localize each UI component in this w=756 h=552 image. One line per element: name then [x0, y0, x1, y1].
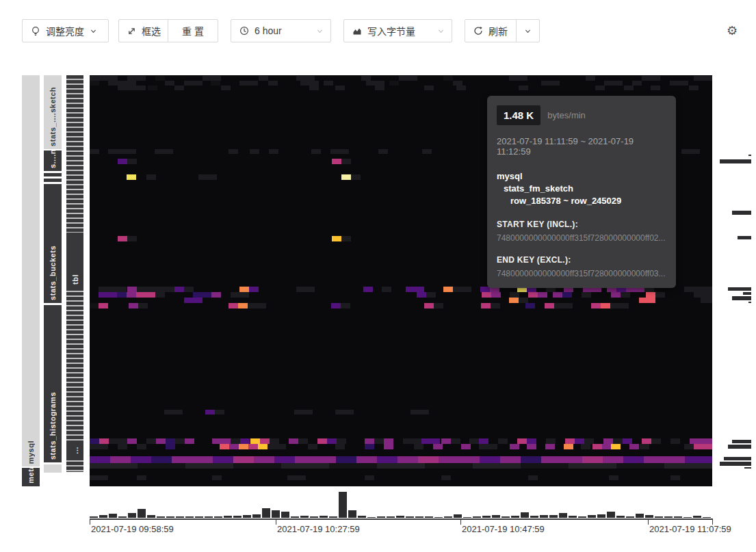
- heatmap-cell[interactable]: [90, 456, 110, 463]
- heatmap-cell[interactable]: [521, 456, 541, 463]
- heatmap-cell[interactable]: [541, 456, 562, 463]
- heatmap-cell[interactable]: [212, 438, 231, 444]
- axis-segment[interactable]: [44, 173, 62, 176]
- heatmap-cell[interactable]: [99, 438, 109, 444]
- heatmap-cell[interactable]: [482, 292, 491, 298]
- axis-segment[interactable]: [66, 457, 83, 472]
- heatmap-cell[interactable]: [525, 303, 535, 308]
- axis-label-stats-sketch[interactable]: stats_....sketch: [44, 75, 62, 149]
- heatmap-cell[interactable]: [545, 303, 554, 308]
- heatmap-cell[interactable]: [131, 456, 151, 463]
- adjust-brightness-button[interactable]: 调整亮度: [22, 19, 109, 42]
- heatmap-cell[interactable]: [500, 456, 521, 463]
- heatmap-cell[interactable]: [356, 456, 377, 463]
- heatmap-cell[interactable]: [642, 76, 660, 81]
- heatmap-cell[interactable]: [205, 410, 215, 415]
- axis-segment[interactable]: [44, 179, 62, 182]
- heatmap-cell[interactable]: [296, 76, 315, 81]
- heatmap-cell[interactable]: [374, 438, 384, 444]
- heatmap-cell[interactable]: [351, 174, 361, 180]
- heatmap-cell[interactable]: [137, 475, 146, 480]
- heatmap-cell[interactable]: [610, 303, 629, 308]
- heatmap-cell[interactable]: [240, 438, 250, 444]
- heatmap-cell[interactable]: [681, 149, 700, 154]
- heatmap-cell[interactable]: [670, 475, 680, 480]
- heatmap-cell[interactable]: [491, 292, 501, 298]
- heatmap-cell[interactable]: [90, 438, 99, 444]
- heatmap-cell[interactable]: [193, 292, 211, 298]
- heatmap-cell[interactable]: [491, 303, 500, 308]
- heatmap-cell[interactable]: [414, 444, 423, 449]
- axis-label-stats-histograms[interactable]: stats_histograms: [44, 305, 62, 462]
- heatmap-cell[interactable]: [127, 159, 137, 164]
- heatmap-cell[interactable]: [361, 76, 371, 81]
- heatmap-cell[interactable]: [259, 76, 268, 81]
- heatmap-cell[interactable]: [129, 303, 138, 308]
- heatmap-cell[interactable]: [453, 287, 471, 292]
- heatmap-cell[interactable]: [90, 81, 99, 86]
- heatmap-cell[interactable]: [229, 303, 238, 308]
- heatmap-cell[interactable]: [166, 444, 175, 449]
- heatmap-cell[interactable]: [298, 438, 308, 444]
- heatmap-cell[interactable]: [215, 410, 224, 415]
- heatmap-cell[interactable]: [397, 456, 418, 463]
- heatmap-cell[interactable]: [365, 444, 374, 449]
- heatmap-cell[interactable]: [451, 438, 460, 444]
- heatmap-cell[interactable]: [377, 456, 397, 463]
- heatmap-cell[interactable]: [469, 438, 479, 444]
- heatmap-cell[interactable]: [127, 76, 146, 81]
- heatmap-cell[interactable]: [260, 438, 270, 444]
- heatmap-cell[interactable]: [553, 292, 562, 298]
- heatmap-cell[interactable]: [564, 444, 573, 449]
- box-select-button[interactable]: 框选: [118, 19, 168, 42]
- heatmap-cell[interactable]: [623, 438, 632, 444]
- heatmap-cell[interactable]: [99, 292, 117, 298]
- heatmap-cell[interactable]: [562, 456, 582, 463]
- heatmap-cell[interactable]: [624, 86, 634, 90]
- heatmap-cell[interactable]: [456, 86, 466, 90]
- heatmap-cell[interactable]: [239, 81, 258, 86]
- heatmap-cell[interactable]: [517, 438, 527, 444]
- heatmap-cell[interactable]: [640, 444, 649, 449]
- heatmap-cell[interactable]: [670, 438, 680, 444]
- heatmap-cell[interactable]: [221, 86, 231, 90]
- heatmap-cell[interactable]: [249, 287, 259, 292]
- heatmap-cell[interactable]: [403, 438, 421, 444]
- heatmap-cell[interactable]: [601, 303, 610, 308]
- heatmap-cell[interactable]: [274, 456, 295, 463]
- heatmap-cell[interactable]: [424, 86, 434, 90]
- heatmap-cell[interactable]: [127, 236, 137, 241]
- heatmap-cell[interactable]: [389, 81, 399, 86]
- heatmap-cell[interactable]: [308, 444, 317, 449]
- heatmap-cell[interactable]: [694, 292, 712, 298]
- heatmap-cell[interactable]: [498, 438, 508, 444]
- heatmap-cell[interactable]: [417, 292, 426, 298]
- heatmap-cell[interactable]: [155, 292, 165, 298]
- heatmap-cell[interactable]: [90, 149, 99, 154]
- heatmap-cell[interactable]: [155, 149, 173, 154]
- heatmap-cell[interactable]: [341, 174, 351, 180]
- heatmap-cell[interactable]: [137, 444, 146, 449]
- heatmap-cell[interactable]: [509, 298, 519, 303]
- heatmap-cell[interactable]: [127, 174, 136, 180]
- heatmap-cell[interactable]: [554, 303, 573, 308]
- heatmap-cell[interactable]: [611, 444, 621, 449]
- heatmap-cell[interactable]: [582, 456, 603, 463]
- heatmap-cell[interactable]: [90, 475, 108, 480]
- heatmap-cell[interactable]: [422, 149, 432, 154]
- heatmap-cell[interactable]: [118, 444, 127, 449]
- heatmap-cell[interactable]: [231, 292, 249, 298]
- metric-select[interactable]: 写入字节量: [343, 19, 452, 42]
- heatmap-cell[interactable]: [250, 149, 259, 154]
- heatmap-cell[interactable]: [295, 456, 315, 463]
- heatmap-cell[interactable]: [300, 81, 319, 86]
- heatmap-cell[interactable]: [664, 456, 685, 463]
- heatmap-cell[interactable]: [329, 463, 377, 469]
- heatmap-cell[interactable]: [184, 287, 194, 292]
- heatmap-cell[interactable]: [156, 438, 166, 444]
- heatmap-cell[interactable]: [164, 410, 183, 415]
- heatmap-cell[interactable]: [611, 292, 621, 298]
- heatmap-cell[interactable]: [684, 444, 694, 449]
- heatmap-cell[interactable]: [433, 444, 443, 449]
- heatmap-cell[interactable]: [642, 438, 651, 444]
